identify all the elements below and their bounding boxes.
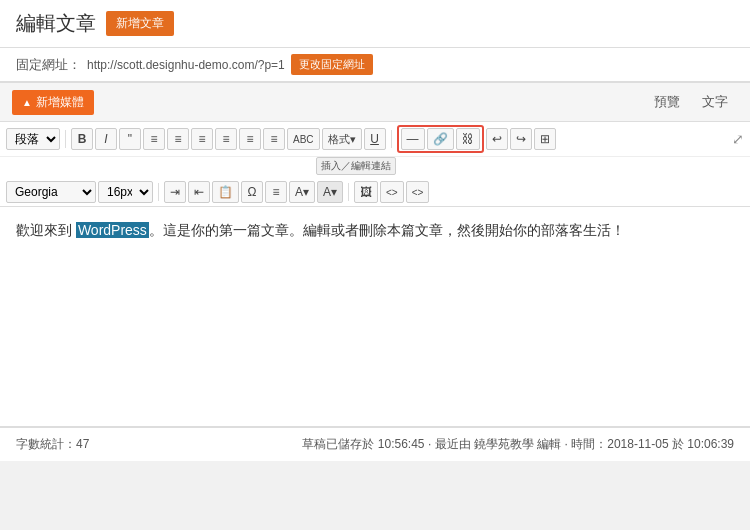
- word-count-section: 字數統計：47: [16, 436, 89, 453]
- page-break-button[interactable]: ⊞: [534, 128, 556, 150]
- permalink-row: 固定網址： http://scott.designhu-demo.com/?p=…: [0, 48, 750, 82]
- status-bar: 字數統計：47 草稿已儲存於 10:56:45 · 最近由 鐃學苑教學 編輯 ·…: [0, 427, 750, 461]
- editor-text-before: 歡迎來到: [16, 222, 76, 238]
- bold-button[interactable]: B: [71, 128, 93, 150]
- link-highlight-group: — 🔗 ⛓: [397, 125, 484, 153]
- toolbar-sep-4: [348, 183, 349, 201]
- page-title: 編輯文章: [16, 10, 96, 37]
- remove-link-button[interactable]: ⛓: [456, 128, 480, 150]
- undo-button[interactable]: ↩: [486, 128, 508, 150]
- highlight-color-button[interactable]: A▾: [317, 181, 343, 203]
- draft-saved-text: 草稿已儲存於 10:56:45: [302, 437, 424, 451]
- format-button[interactable]: 格式▾: [322, 128, 362, 150]
- italic-button[interactable]: I: [95, 128, 117, 150]
- insert-link-button[interactable]: 🔗: [427, 128, 454, 150]
- permalink-url: http://scott.designhu-demo.com/?p=1: [87, 58, 285, 72]
- add-media-button[interactable]: 新增媒體: [12, 90, 94, 115]
- status-sep: ·: [428, 437, 435, 451]
- toolbar-sep-2: [391, 130, 392, 148]
- unordered-list-button[interactable]: ≡: [143, 128, 165, 150]
- font-select[interactable]: Georgia: [6, 181, 96, 203]
- new-post-button[interactable]: 新增文章: [106, 11, 174, 36]
- ordered-list-button[interactable]: ≡: [167, 128, 189, 150]
- editor-text-after: 。這是你的第一篇文章。編輯或者刪除本篇文章，然後開始你的部落客生活！: [149, 222, 625, 238]
- toolbar-row-2: Georgia 16px ⇥ ⇤ 📋 Ω ≡ A▾ A▾ 🖼 <> <>: [0, 178, 750, 206]
- align-left-button[interactable]: ≡: [191, 128, 213, 150]
- blockquote-button[interactable]: ": [119, 128, 141, 150]
- toolbar-row-1: 段落 B I " ≡ ≡ ≡ ≡ ≡ ≡ ABC 格式▾ U — 🔗 ⛓ ↩ ↪: [0, 122, 750, 157]
- html-button[interactable]: <>: [380, 181, 404, 203]
- special-chars-button[interactable]: Ω: [241, 181, 263, 203]
- change-permalink-button[interactable]: 更改固定網址: [291, 54, 373, 75]
- status-right-section: 草稿已儲存於 10:56:45 · 最近由 鐃學苑教學 編輯 · 時間：2018…: [302, 436, 734, 453]
- underline-button[interactable]: U: [364, 128, 386, 150]
- editor-content[interactable]: 歡迎來到 WordPress。這是你的第一篇文章。編輯或者刪除本篇文章，然後開始…: [0, 207, 750, 427]
- tab-row: 預覽 文字: [644, 89, 738, 115]
- font-color-button[interactable]: A▾: [289, 181, 315, 203]
- toolbar-sep-1: [65, 130, 66, 148]
- time-text: 時間：2018-11-05 於 10:06:39: [571, 437, 734, 451]
- last-edited-text: 最近由 鐃學苑教學 編輯: [435, 437, 562, 451]
- html2-button[interactable]: <>: [406, 181, 430, 203]
- format-select[interactable]: 段落: [6, 128, 60, 150]
- word-count-label: 字數統計：: [16, 437, 76, 451]
- word-count-value: 47: [76, 437, 89, 451]
- abc-button[interactable]: ABC: [287, 128, 320, 150]
- tab-preview[interactable]: 預覽: [644, 89, 690, 115]
- insert-link-label: 插入／編輯連結: [316, 157, 396, 175]
- paste-button[interactable]: 📋: [212, 181, 239, 203]
- redo-button[interactable]: ↪: [510, 128, 532, 150]
- insert-link-label-row: 插入／編輯連結: [0, 157, 750, 178]
- expand-icon[interactable]: ⤢: [732, 131, 744, 147]
- add-media-bar: 新增媒體 預覽 文字: [0, 82, 750, 122]
- indent-button[interactable]: ⇥: [164, 181, 186, 203]
- align-right-button[interactable]: ≡: [239, 128, 261, 150]
- hr2-button[interactable]: ≡: [265, 181, 287, 203]
- outdent-button[interactable]: ⇤: [188, 181, 210, 203]
- media-insert-button[interactable]: 🖼: [354, 181, 378, 203]
- toolbar-sep-3: [158, 183, 159, 201]
- align-center-button[interactable]: ≡: [215, 128, 237, 150]
- editor-container: 新增媒體 預覽 文字 段落 B I " ≡ ≡ ≡ ≡ ≡ ≡ ABC 格式▾ …: [0, 82, 750, 427]
- align-justify-button[interactable]: ≡: [263, 128, 285, 150]
- permalink-label: 固定網址：: [16, 56, 81, 74]
- tab-text[interactable]: 文字: [692, 89, 738, 115]
- page-header: 編輯文章 新增文章: [0, 0, 750, 48]
- hr-button[interactable]: —: [401, 128, 425, 150]
- toolbar-wrap: 段落 B I " ≡ ≡ ≡ ≡ ≡ ≡ ABC 格式▾ U — 🔗 ⛓ ↩ ↪: [0, 122, 750, 207]
- size-select[interactable]: 16px: [98, 181, 153, 203]
- wordpress-link[interactable]: WordPress: [76, 222, 149, 238]
